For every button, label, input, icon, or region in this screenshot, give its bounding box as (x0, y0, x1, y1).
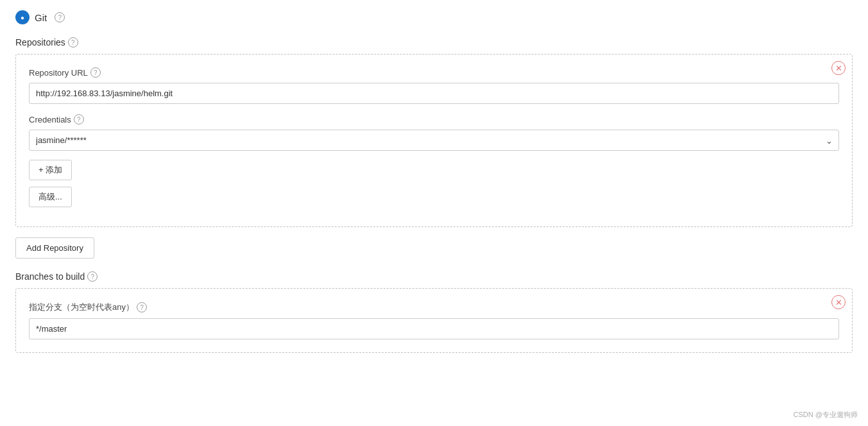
repositories-section-label: Repositories ? (15, 37, 853, 47)
branch-input[interactable] (29, 318, 839, 339)
git-header: ● Git ? (15, 10, 853, 24)
credentials-label: Credentials ? (29, 114, 839, 124)
branches-card: ✕ 指定分支（为空时代表any） ? (15, 288, 853, 353)
add-credentials-button[interactable]: + 添加 (29, 160, 72, 180)
git-help-icon[interactable]: ? (55, 12, 65, 22)
branch-help-icon[interactable]: ? (137, 302, 147, 312)
branches-section-label: Branches to build ? (15, 271, 853, 282)
repository-url-help-icon[interactable]: ? (90, 67, 101, 78)
repository-url-label: Repository URL ? (29, 67, 839, 78)
credentials-select[interactable]: jasmine/****** (29, 130, 839, 151)
repository-close-button[interactable]: ✕ (831, 61, 846, 75)
git-title: Git (35, 12, 47, 23)
repositories-help-icon[interactable]: ? (68, 37, 78, 47)
add-repository-button[interactable]: Add Repository (15, 237, 94, 259)
repository-card: ✕ Repository URL ? Credentials ? jasmine… (15, 54, 853, 227)
branches-help-icon[interactable]: ? (87, 271, 98, 282)
repository-url-input[interactable] (29, 83, 839, 104)
advanced-button[interactable]: 高级... (29, 187, 72, 207)
branches-close-button[interactable]: ✕ (831, 295, 846, 309)
git-icon: ● (15, 10, 30, 24)
credentials-help-icon[interactable]: ? (74, 114, 84, 124)
branch-label: 指定分支（为空时代表any） ? (29, 302, 839, 313)
credentials-select-wrapper: jasmine/****** ⌄ (29, 130, 839, 151)
